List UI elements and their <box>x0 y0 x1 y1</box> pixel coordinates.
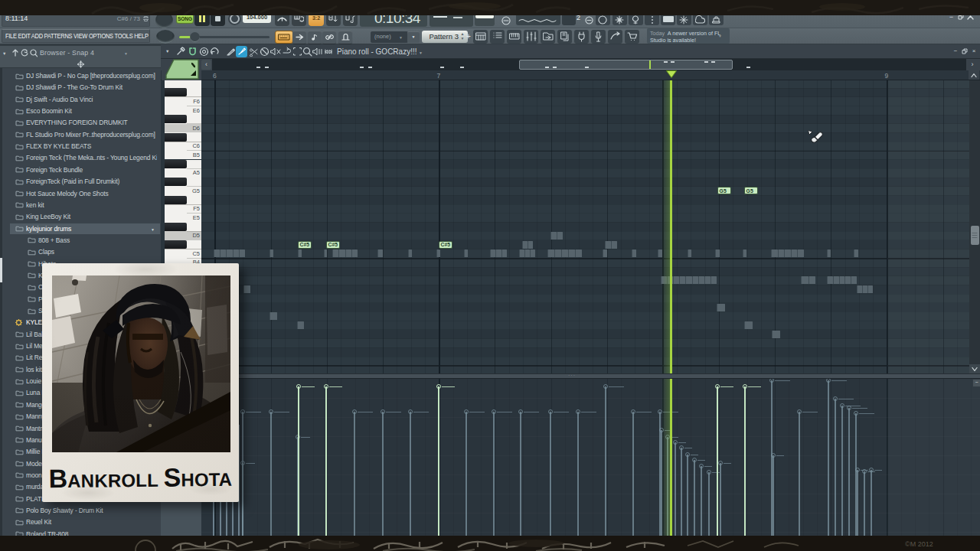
svg-text:©M 2012: ©M 2012 <box>905 540 933 548</box>
